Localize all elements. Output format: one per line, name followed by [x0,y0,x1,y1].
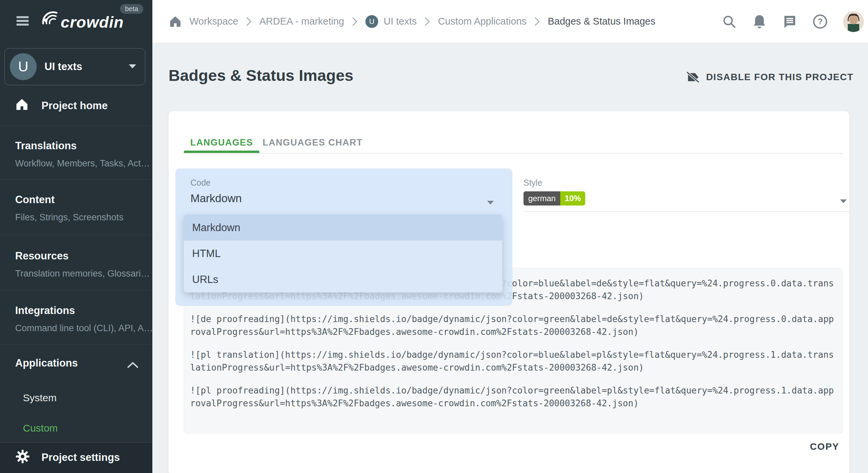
chevron-right-icon [425,17,430,26]
breadcrumb: Workspace ARDEA - marketing U UI texts C… [169,0,655,43]
breadcrumb-item-workspace[interactable]: Workspace [189,16,238,27]
code-select[interactable]: Code Markdown Markdown HTML URLs [175,168,512,306]
section-title: Translations [15,140,77,152]
chevron-down-icon [487,201,494,204]
messages-button[interactable] [782,14,797,29]
sidebar-item-label: Project home [41,100,108,112]
breadcrumb-avatar: U [365,15,378,28]
sidebar-item-label: Project settings [41,451,120,464]
chevron-right-icon [352,17,357,26]
help-button[interactable]: ? [813,14,828,29]
search-icon [722,14,736,29]
chevron-down-icon [129,64,136,68]
crowdin-logo-text: crowdin [61,13,124,31]
badge-language-segment: german [523,191,560,206]
style-select[interactable]: Style german 10% [523,168,849,212]
project-avatar: U [10,53,37,80]
sidebar-item-project-settings[interactable]: Project settings [0,442,152,473]
section-subtitle: Translation memories, Glossari… [15,269,150,279]
section-title: Resources [15,250,69,262]
section-title: Applications [15,357,78,369]
label-off-icon [687,71,699,83]
disable-button-label: DISABLE FOR THIS PROJECT [706,72,854,83]
sidebar-item-translations[interactable]: Translations Workflow, Members, Tasks, A… [0,125,152,180]
section-title: Integrations [15,305,75,317]
page-title: Badges & Status Images [169,66,354,85]
chevron-down-icon [840,199,847,203]
sidebar-item-applications[interactable]: Applications [0,354,152,375]
svg-text:?: ? [818,17,823,26]
badges-card: LANGUAGES LANGUAGES CHART Style german 1… [169,111,849,473]
code-selected-value: Markdown [190,192,242,205]
gear-icon [16,449,30,464]
section-subtitle: Command line tool (CLI), API, A… [15,323,153,334]
tab-divider [184,153,843,154]
code-line: ![de proofreading](https://img.shields.i… [190,313,836,338]
menu-option-markdown[interactable]: Markdown [184,215,502,241]
project-name: UI texts [44,61,82,73]
project-switcher[interactable]: U UI texts [4,48,145,85]
breadcrumb-item-project[interactable]: ARDEA - marketing [260,16,344,27]
code-select-menu: Markdown HTML URLs [184,215,502,292]
breadcrumb-item-ui-texts[interactable]: UI texts [384,16,417,27]
home-icon [16,98,28,111]
sidebar-item-system[interactable]: System [0,386,152,410]
help-icon: ? [813,14,828,29]
code-line: ![pl translation](https://img.shields.io… [190,348,836,374]
sidebar-item-custom[interactable]: Custom [0,416,152,440]
section-subtitle: Workflow, Members, Tasks, Act… [15,158,150,169]
sidebar-item-integrations[interactable]: Integrations Command line tool (CLI), AP… [0,290,152,345]
sidebar-item-content[interactable]: Content Files, Strings, Screenshots [0,179,152,235]
style-label: Style [523,178,542,188]
crowdin-logo-icon [40,10,59,32]
chat-icon [783,14,797,29]
hamburger-menu-icon[interactable] [17,16,29,26]
home-icon[interactable] [169,16,181,27]
search-button[interactable] [722,14,737,29]
beta-badge: beta [120,4,143,14]
section-title: Content [15,194,55,206]
topbar-actions: ? [722,0,864,43]
breadcrumb-item-custom-applications[interactable]: Custom Applications [438,16,527,27]
chevron-up-icon [127,362,138,368]
style-badge-preview: german 10% [523,191,585,206]
sidebar-item-project-home[interactable]: Project home [0,85,152,126]
sidebar-item-resources[interactable]: Resources Translation memories, Glossari… [0,235,152,291]
code-line: ![pl proofreading](https://img.shields.i… [190,384,836,410]
disable-for-project-button[interactable]: DISABLE FOR THIS PROJECT [687,71,854,83]
chevron-right-icon [246,17,251,26]
sidebar: crowdin beta U UI texts Project home Tra… [0,0,152,473]
breadcrumb-item-current: Badges & Status Images [548,16,655,27]
tab-languages-chart[interactable]: LANGUAGES CHART [260,131,366,154]
apps-item-label: Custom [23,422,58,434]
code-label: Code [190,178,211,188]
select-underline [523,212,849,212]
bell-icon [753,14,766,29]
crowdin-app: crowdin beta U UI texts Project home Tra… [0,0,868,473]
copy-button[interactable]: COPY [810,441,839,452]
topbar: Workspace ARDEA - marketing U UI texts C… [152,0,868,43]
menu-option-urls[interactable]: URLs [184,266,502,292]
apps-item-label: System [23,392,57,404]
notifications-button[interactable] [752,14,767,29]
user-avatar[interactable] [843,11,864,32]
menu-option-html[interactable]: HTML [184,241,502,266]
badge-percent-segment: 10% [560,191,585,206]
chevron-right-icon [535,17,540,26]
section-subtitle: Files, Strings, Screenshots [15,212,123,223]
